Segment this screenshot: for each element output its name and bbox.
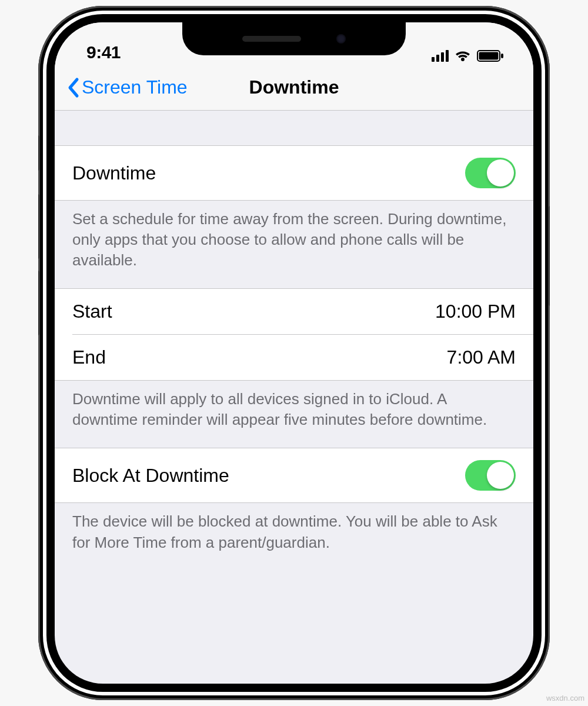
block-toggle[interactable]	[465, 460, 516, 491]
start-row[interactable]: Start 10:00 PM	[72, 289, 533, 334]
volume-up-button	[38, 194, 39, 259]
speaker-grille	[242, 36, 301, 42]
start-label: Start	[72, 301, 112, 322]
downtime-row: Downtime	[55, 146, 533, 201]
start-value: 10:00 PM	[435, 301, 516, 322]
back-label: Screen Time	[82, 76, 188, 98]
volume-down-button	[38, 271, 39, 335]
end-value: 7:00 AM	[447, 347, 516, 368]
downtime-toggle[interactable]	[465, 158, 516, 188]
cellular-signal-icon	[432, 50, 449, 62]
screen: 9:41	[55, 22, 533, 684]
block-description: The device will be blocked at downtime. …	[55, 503, 533, 570]
svg-rect-1	[479, 52, 499, 60]
nav-bar: Screen Time Downtime	[55, 65, 533, 111]
downtime-description: Set a schedule for time away from the sc…	[55, 201, 533, 289]
schedule-description: Downtime will apply to all devices signe…	[55, 381, 533, 448]
schedule-group: Start 10:00 PM End 7:00 AM	[55, 289, 533, 381]
chevron-left-icon	[66, 77, 81, 98]
end-row[interactable]: End 7:00 AM	[72, 334, 533, 380]
downtime-label: Downtime	[72, 162, 156, 184]
status-icons	[432, 49, 504, 62]
status-time: 9:41	[86, 42, 121, 62]
battery-icon	[477, 49, 504, 62]
notch	[182, 22, 406, 55]
wifi-icon	[455, 49, 471, 62]
end-label: End	[72, 347, 106, 368]
block-label: Block At Downtime	[72, 465, 229, 487]
side-button	[549, 206, 550, 306]
front-camera	[336, 34, 346, 44]
svg-rect-2	[501, 54, 503, 58]
block-row: Block At Downtime	[55, 448, 533, 503]
watermark: wsxdn.com	[546, 694, 584, 702]
section-gap	[55, 111, 533, 146]
back-button[interactable]: Screen Time	[66, 76, 188, 98]
phone-frame: 9:41	[38, 6, 550, 700]
page-title: Downtime	[249, 76, 339, 98]
ringer-switch	[38, 135, 39, 171]
